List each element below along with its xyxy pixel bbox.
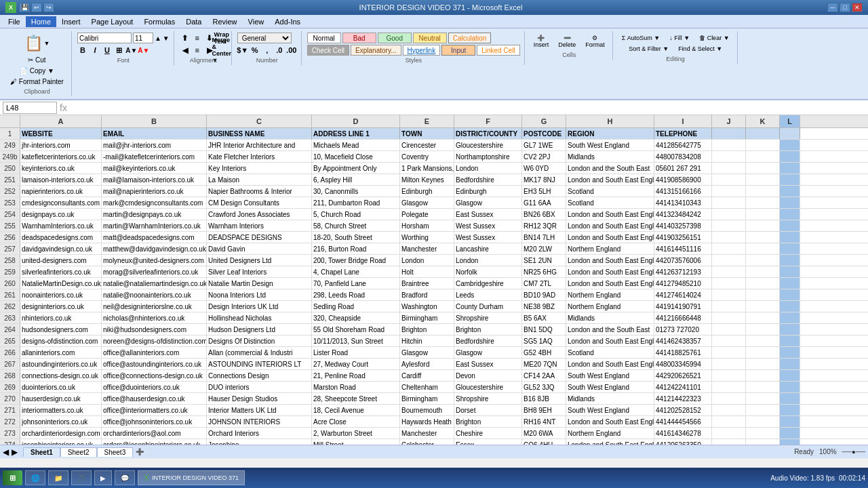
table-row[interactable]: 264hudsondesigners.comniki@hudsondesigne… (0, 324, 868, 336)
cell-G-264[interactable]: BN1 5DQ (522, 324, 566, 335)
cell-J-273[interactable] (712, 428, 746, 439)
cell-I-252[interactable]: 441315166166 (654, 186, 712, 197)
cell-B-252[interactable]: mail@napierinteriors.co.uk (102, 186, 207, 197)
cell-L-262[interactable] (780, 301, 800, 312)
cell-A-266[interactable]: allaninteriors.com (20, 347, 102, 358)
cell-L-273[interactable] (780, 428, 800, 439)
cell-F-265[interactable]: Bedfordshire (454, 336, 522, 346)
cell-J-252[interactable] (712, 186, 746, 197)
table-row[interactable]: 249jhr-interiors.commail@jhr-interiors.c… (0, 140, 868, 151)
style-calculation[interactable]: Calculation (448, 33, 491, 43)
border-button[interactable]: ⊞ (114, 45, 125, 56)
cell-A-249b[interactable]: katefletcerinteriors.co.uk (20, 151, 102, 162)
cell-D-249b[interactable]: 10, Macefield Close (312, 151, 400, 162)
cell-I-254[interactable]: 441323484242 (654, 209, 712, 220)
cell-J-249[interactable] (712, 140, 746, 150)
cell-F-272[interactable]: Brighton (454, 416, 522, 427)
cell-L-253[interactable] (780, 197, 800, 208)
cell-L-255[interactable] (780, 220, 800, 231)
cell-F-257[interactable]: Lancashire (454, 243, 522, 254)
cell-E-265[interactable]: Hitchin (400, 336, 454, 346)
cell-B-272[interactable]: office@johnsoninteriors.co.uk (102, 416, 207, 427)
cell-E-273[interactable]: Manchester (400, 428, 454, 439)
cell-A-270[interactable]: hauserdesign.co.uk (20, 393, 102, 404)
cell-D-251[interactable]: 6, Aspley Hill (312, 174, 400, 185)
table-row[interactable]: 268connections-design.co.ukoffice@connec… (0, 370, 868, 382)
cell-F-274[interactable]: Essex (454, 439, 522, 445)
taskbar-explorer[interactable]: 📁 (48, 470, 68, 485)
cell-G-261[interactable]: BD10 9AD (522, 289, 566, 300)
cell-D-273[interactable]: 2, Warburton Street (312, 428, 400, 439)
cell-G-266[interactable]: G52 4BH (522, 347, 566, 358)
cell-B-1[interactable]: EMAIL (102, 128, 207, 139)
cell-B-249[interactable]: mail@jhr-interiors.com (102, 140, 207, 150)
cell-H-257[interactable]: Northern England (566, 243, 654, 254)
menu-formulas[interactable]: Formulas (138, 16, 180, 27)
table-row[interactable]: 251lamaison-interiors.co.ukmail@lamaison… (0, 174, 868, 186)
decimal-decrease[interactable]: .00 (286, 45, 297, 56)
cell-K-250[interactable] (746, 163, 780, 174)
cell-J-1[interactable] (712, 128, 746, 139)
cell-G-249[interactable]: GL7 1WE (522, 140, 566, 150)
cell-A-264[interactable]: hudsondesigners.com (20, 324, 102, 335)
cell-F-269[interactable]: Gloucestershire (454, 382, 522, 392)
cell-H-269[interactable]: South West England (566, 382, 654, 392)
cell-K-253[interactable] (746, 197, 780, 208)
cell-G-251[interactable]: MK17 8NJ (522, 174, 566, 185)
cell-H-261[interactable]: Northern England (566, 289, 654, 300)
cell-J-260[interactable] (712, 278, 746, 289)
table-row[interactable]: 252napierinteriors.co.ukmail@napierinter… (0, 186, 868, 197)
col-header-E[interactable]: E (400, 115, 454, 127)
cell-C-1[interactable]: BUSINESS NAME (207, 128, 312, 139)
comma-button[interactable]: , (262, 45, 273, 56)
table-row[interactable]: 259silverleafinteriors.co.ukmorag@silver… (0, 266, 868, 278)
menu-data[interactable]: Data (180, 16, 207, 27)
cell-B-258[interactable]: molyneux@united-designers.com (102, 255, 207, 266)
cell-I-249[interactable]: 441285642775 (654, 140, 712, 150)
cell-E-263[interactable]: Birmingham (400, 312, 454, 323)
cell-H-252[interactable]: Scotland (566, 186, 654, 197)
cell-J-261[interactable] (712, 289, 746, 300)
cell-B-257[interactable]: matthew@davidgavindesign.co.uk (102, 243, 207, 254)
cell-C-254[interactable]: Crawford Jones Associates (207, 209, 312, 220)
cell-H-249[interactable]: South West England (566, 140, 654, 150)
cell-I-260[interactable]: 441279485210 (654, 278, 712, 289)
cell-E-261[interactable]: Bradford (400, 289, 454, 300)
cell-I-264[interactable]: 01273 727020 (654, 324, 712, 335)
cell-D-266[interactable]: Lister Road (312, 347, 400, 358)
cell-G-252[interactable]: EH3 5LH (522, 186, 566, 197)
cell-B-256[interactable]: matt@deadspacedesigns.com (102, 232, 207, 243)
cell-B-266[interactable]: office@allaninteriors.com (102, 347, 207, 358)
cell-K-264[interactable] (746, 324, 780, 335)
cell-G-255[interactable]: RH12 3QR (522, 220, 566, 231)
cell-E-271[interactable]: Bournemouth (400, 405, 454, 415)
cell-J-268[interactable] (712, 370, 746, 381)
col-header-H[interactable]: H (566, 115, 654, 127)
cell-I-258[interactable]: 442073576006 (654, 255, 712, 266)
cell-L-261[interactable] (780, 289, 800, 300)
cell-H-251[interactable]: London and South East England (566, 174, 654, 185)
delete-cells-button[interactable]: ➖ Delete (555, 33, 579, 50)
cell-F-268[interactable]: Devon (454, 370, 522, 381)
cell-C-252[interactable]: Napier Bathrooms & Interior (207, 186, 312, 197)
grid-body[interactable]: 1WEBSITEEMAILBUSINESS NAMEADDRESS LINE 1… (0, 128, 868, 445)
cell-F-262[interactable]: County Durham (454, 301, 522, 312)
cell-I-256[interactable]: 441903256151 (654, 232, 712, 243)
col-header-D[interactable]: D (312, 115, 400, 127)
cell-G-258[interactable]: SE1 2UN (522, 255, 566, 266)
cell-G-274[interactable]: CO6 4HU (522, 439, 566, 445)
cell-L-259[interactable] (780, 266, 800, 277)
cell-C-270[interactable]: Hauser Design Studios (207, 393, 312, 404)
cell-B-255[interactable]: martin@WarnhamInteriors.co.uk (102, 220, 207, 231)
cell-G-249b[interactable]: CV2 2PJ (522, 151, 566, 162)
menu-add-ins[interactable]: Add-Ins (269, 16, 306, 27)
cell-G-1[interactable]: POSTCODE (522, 128, 566, 139)
cell-J-272[interactable] (712, 416, 746, 427)
cell-C-262[interactable]: Design Interiors UK Ltd (207, 301, 312, 312)
taskbar-excel[interactable]: X INTERIOR DESIGN VIDEO 371 (138, 470, 245, 485)
currency-button[interactable]: $▼ (237, 45, 248, 56)
cell-D-257[interactable]: 216, Burton Road (312, 243, 400, 254)
cell-B-269[interactable]: office@duointeriors.co.uk (102, 382, 207, 392)
cell-L-268[interactable] (780, 370, 800, 381)
cell-A-267[interactable]: astoundinginteriors.co.uk (20, 359, 102, 369)
